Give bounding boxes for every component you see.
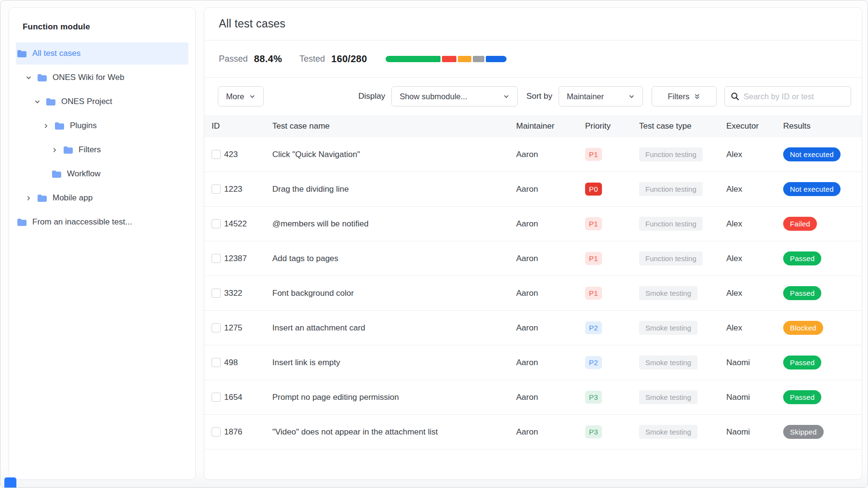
column-header-type[interactable]: Test case type [639,121,726,131]
row-checkbox[interactable] [212,150,221,159]
result-badge: Failed [783,217,817,231]
row-name[interactable]: @members will be notified [272,219,516,229]
row-name[interactable]: Drag the dividing line [272,185,516,194]
chevron-icon[interactable] [52,147,58,153]
row-checkbox[interactable] [212,323,221,332]
row-maintainer: Aaron [516,393,585,402]
row-checkbox[interactable] [212,219,221,228]
row-checkbox[interactable] [212,289,221,298]
sidebar-tree-item[interactable]: Filters [9,138,195,162]
row-id: 498 [224,358,272,368]
folder-icon [46,98,56,106]
folder-icon [37,74,47,82]
sidebar-item-label: Filters [79,145,101,155]
search-icon [731,92,739,101]
table-row[interactable]: 12387 Add tags to pages Aaron P1 Functio… [204,241,862,276]
table-row[interactable]: 14522 @members will be notified Aaron P1… [204,207,862,241]
row-name[interactable]: Font background color [272,289,516,298]
table-row[interactable]: 498 Insert link is empty Aaron P2 Smoke … [204,345,862,380]
row-name[interactable]: Click "Quick Navigation" [272,150,516,159]
row-checkbox[interactable] [212,185,221,194]
chevron-down-icon [249,93,255,100]
more-button[interactable]: More [218,86,264,106]
folder-icon [54,122,65,130]
chevron-icon[interactable] [43,123,49,129]
sort-select-value: Maintainer [567,92,604,101]
sidebar-tree-item[interactable]: ONES Project [9,90,195,114]
tested-value: 160/280 [331,53,367,65]
search-box[interactable] [724,86,851,106]
priority-badge: P1 [585,148,602,161]
row-executor: Alex [726,323,783,333]
sidebar-tree-item[interactable]: Mobile app [9,186,195,210]
row-name[interactable]: Insert link is empty [272,358,516,368]
display-select-value: Show submodule... [400,92,467,101]
filters-button[interactable]: Filters [652,86,717,106]
test-case-type-pill: Function testing [639,251,703,265]
row-executor: Alex [726,289,783,298]
sidebar-tree-item[interactable]: ONES Wiki for Web [9,66,195,90]
sort-select[interactable]: Maintainer [559,86,643,106]
row-maintainer: Aaron [516,185,585,194]
double-chevron-down-icon [694,93,700,100]
toolbar-right: Display Show submodule... Sort by Mainta… [358,86,851,106]
row-name[interactable]: Insert an attachment card [272,323,516,333]
folder-icon [17,218,27,226]
sidebar-title: Function module [9,22,195,32]
function-module-tree: All test cases ONES Wiki for Web ONES Pr… [9,42,195,234]
row-name[interactable]: "Video" does not appear in the attachmen… [272,427,516,437]
tested-label: Tested [299,54,325,64]
row-checkbox[interactable] [212,393,221,402]
title-row: All test cases [204,8,862,40]
results-progress-bar [386,56,507,62]
table-row[interactable]: 1223 Drag the dividing line Aaron P0 Fun… [204,172,862,207]
table-row[interactable]: 1876 "Video" does not appear in the atta… [204,415,862,449]
chevron-icon[interactable] [26,75,32,81]
sidebar-tree-item[interactable]: From an inaccessible test... [9,210,195,234]
row-checkbox[interactable] [212,358,221,367]
sidebar-tree-item[interactable]: All test cases [16,42,188,65]
chevron-icon[interactable] [26,195,32,201]
priority-badge: P1 [585,252,602,265]
column-header-name[interactable]: Test case name [272,121,516,131]
row-name[interactable]: Add tags to pages [272,254,516,264]
more-button-label: More [226,92,244,101]
table-row[interactable]: 1654 Prompt no page editing permission A… [204,380,862,415]
progress-segment-skipped [473,56,484,62]
search-input[interactable] [744,92,845,101]
column-header-priority[interactable]: Priority [585,121,639,131]
test-case-type-pill: Smoke testing [639,286,697,300]
column-header-maintainer[interactable]: Maintainer [516,121,585,131]
chevron-icon[interactable] [34,99,40,105]
display-select[interactable]: Show submodule... [391,86,518,106]
row-maintainer: Aaron [516,358,585,368]
column-header-id[interactable]: ID [212,121,272,131]
result-badge: Passed [783,356,821,369]
row-executor: Naomi [726,358,783,368]
column-header-executor[interactable]: Executor [726,121,783,131]
row-maintainer: Aaron [516,254,585,264]
row-id: 3322 [224,289,272,298]
row-name[interactable]: Prompt no page editing permission [272,393,516,402]
table-row[interactable]: 423 Click "Quick Navigation" Aaron P1 Fu… [204,137,862,172]
passed-label: Passed [219,54,248,64]
sidebar-item-label: Mobile app [53,193,93,203]
table-row[interactable]: 3322 Font background color Aaron P1 Smok… [204,276,862,311]
sidebar-tree-item[interactable]: Plugins [9,114,195,138]
result-badge: Passed [783,286,821,300]
floating-button-cutoff[interactable] [4,477,16,488]
app-root: Function module All test cases ONES Wiki… [0,0,868,488]
row-maintainer: Aaron [516,150,585,159]
priority-badge: P2 [585,321,602,334]
row-checkbox[interactable] [212,427,221,436]
sort-by-label: Sort by [526,92,552,101]
sidebar-item-label: ONES Project [61,97,112,106]
table-row[interactable]: 1275 Insert an attachment card Aaron P2 … [204,311,862,345]
row-executor: Naomi [726,427,783,437]
row-executor: Alex [726,254,783,264]
row-checkbox[interactable] [212,254,221,263]
sidebar-tree-item[interactable]: Workflow [9,162,195,186]
row-id: 14522 [224,219,272,229]
sidebar-item-label: ONES Wiki for Web [53,73,124,82]
column-header-results[interactable]: Results [783,121,855,131]
